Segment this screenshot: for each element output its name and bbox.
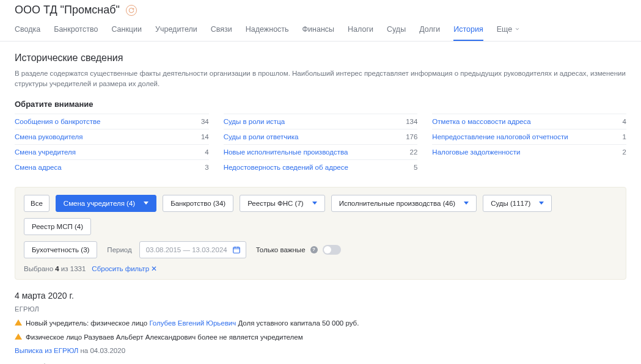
attention-count: 4 <box>205 148 208 156</box>
calendar-icon <box>232 246 241 254</box>
warning-icon <box>15 333 22 340</box>
attention-count: 34 <box>201 118 209 125</box>
attention-link[interactable]: Сообщения о банкротстве <box>15 118 100 125</box>
attention-row: Налоговые задолженности2 <box>432 144 626 159</box>
filter-chip[interactable]: Бухотчетность (3) <box>24 241 97 258</box>
filter-panel: Все Смена учредителя (4)Банкротство (34)… <box>15 187 626 280</box>
person-link[interactable]: Голубев Евгений Юрьевич <box>149 319 236 327</box>
attention-link[interactable]: Смена адреса <box>15 164 62 171</box>
only-important-toggle[interactable]: Только важные? <box>256 245 341 255</box>
attention-row: Недостоверность сведений об адресе5 <box>224 159 418 175</box>
tab-6[interactable]: Финансы <box>302 25 334 41</box>
filter-chip[interactable]: Смена учредителя (4) <box>56 195 156 212</box>
attention-row: Смена руководителя14 <box>15 129 209 144</box>
attention-row: Сообщения о банкротстве34 <box>15 114 209 129</box>
tab-4[interactable]: Связи <box>211 25 232 41</box>
toggle-switch[interactable] <box>323 245 341 255</box>
attention-row: Смена учредителя4 <box>15 144 209 159</box>
attention-link[interactable]: Суды в роли ответчика <box>224 133 299 140</box>
attention-link[interactable]: Суды в роли истца <box>224 118 285 125</box>
tab-9[interactable]: Долги <box>419 25 440 41</box>
event-source: ЕГРЮЛ <box>15 305 626 313</box>
attention-link[interactable]: Смена учредителя <box>15 148 76 156</box>
attention-title: Обратите внимание <box>15 100 626 109</box>
filter-chip[interactable]: Исполнительные производства (46) <box>331 195 477 212</box>
tab-11[interactable]: Еще <box>497 25 520 41</box>
attention-row: Суды в роли истца134 <box>224 114 418 129</box>
attention-count: 1 <box>623 133 626 140</box>
section-desc: В разделе содержатся существенные факты … <box>15 68 626 90</box>
events-list: 4 марта 2020 г.ЕГРЮЛНовый учредитель: фи… <box>15 291 626 365</box>
tab-7[interactable]: Налоги <box>348 25 373 41</box>
tabs: СводкаБанкротствоСанкцииУчредителиСвязиН… <box>0 19 641 42</box>
attention-row: Суды в роли ответчика176 <box>224 129 418 144</box>
attention-count: 3 <box>205 164 208 171</box>
tab-2[interactable]: Санкции <box>111 25 142 41</box>
attention-count: 5 <box>414 164 417 171</box>
attention-link[interactable]: Новые исполнительные производства <box>224 148 348 156</box>
tab-1[interactable]: Банкротство <box>54 25 98 41</box>
section-title: Исторические сведения <box>15 53 626 64</box>
date-range-input[interactable]: 03.08.2015 — 13.03.2024 <box>139 241 246 258</box>
tab-8[interactable]: Суды <box>387 25 406 41</box>
filter-all-button[interactable]: Все <box>24 195 49 212</box>
attention-link[interactable]: Смена руководителя <box>15 133 82 140</box>
tab-0[interactable]: Сводка <box>15 25 40 41</box>
period-label: Период <box>107 246 131 253</box>
filter-chip[interactable]: Реестры ФНС (7) <box>240 195 324 212</box>
event-date: 4 марта 2020 г. <box>15 291 626 300</box>
chevron-down-icon <box>515 25 520 34</box>
filter-chip[interactable]: Суды (1117) <box>483 195 552 212</box>
attention-count: 176 <box>406 133 417 140</box>
attention-link[interactable]: Непредоставление налоговой отчетности <box>432 133 568 140</box>
svg-rect-0 <box>233 247 240 252</box>
attention-row: Новые исполнительные производства22 <box>224 144 418 159</box>
page-title: ООО ТД "Промснаб" <box>15 4 120 16</box>
attention-row: Отметка о массовости адреса4 <box>432 114 626 129</box>
info-icon[interactable]: ? <box>310 246 318 253</box>
tab-3[interactable]: Учредители <box>155 25 197 41</box>
attention-count: 22 <box>410 148 418 156</box>
attention-link[interactable]: Налоговые задолженности <box>432 148 520 156</box>
event-text: Физическое лицо Разуваев Альберт Алексан… <box>26 332 303 343</box>
tab-10[interactable]: История <box>453 25 483 41</box>
only-important-label: Только важные <box>256 246 306 253</box>
attention-count: 14 <box>201 133 209 140</box>
attention-count: 2 <box>623 148 626 156</box>
selected-count: Выбрано 4 из 1331 <box>24 265 86 272</box>
event-line: Физическое лицо Разуваев Альберт Алексан… <box>15 330 626 344</box>
tab-5[interactable]: Надежность <box>246 25 289 41</box>
filter-chip[interactable]: Реестр МСП (4) <box>24 218 91 235</box>
attention-row: Непредоставление налоговой отчетности1 <box>432 129 626 144</box>
attention-link[interactable]: Недостоверность сведений об адресе <box>224 164 348 171</box>
filter-chip[interactable]: Банкротство (34) <box>163 195 233 212</box>
event-text: Новый учредитель: физическое лицо Голубе… <box>26 318 359 329</box>
warning-icon <box>15 319 22 326</box>
extract-link[interactable]: Выписка из ЕГРЮЛ <box>15 347 78 354</box>
attention-link[interactable]: Отметка о массовости адреса <box>432 118 530 125</box>
attention-columns: Сообщения о банкротстве34Смена руководит… <box>15 114 626 175</box>
attention-count: 4 <box>623 118 626 125</box>
attention-count: 134 <box>406 118 417 125</box>
attention-row: Смена адреса3 <box>15 159 209 175</box>
refresh-icon[interactable] <box>126 5 137 16</box>
extract-line: Выписка из ЕГРЮЛ на 04.03.2020 <box>15 347 626 354</box>
reset-filter-link[interactable]: Сбросить фильтр ✕ <box>92 264 157 273</box>
event-line: Новый учредитель: физическое лицо Голубе… <box>15 316 626 330</box>
